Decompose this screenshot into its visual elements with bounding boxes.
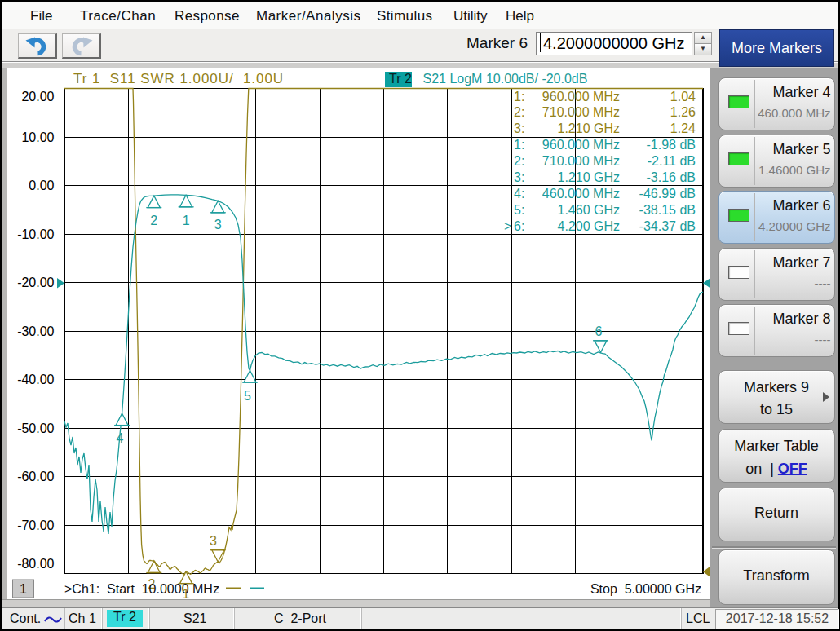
svg-text:-20.00: -20.00 — [17, 276, 54, 289]
svg-text:-38.15 dB: -38.15 dB — [639, 203, 696, 217]
svg-text:6:: 6: — [514, 219, 524, 233]
svg-text:4:: 4: — [514, 187, 524, 201]
svg-text:1.24: 1.24 — [670, 121, 696, 135]
svg-text:2: 2 — [150, 214, 157, 227]
svg-text:1.210 GHz: 1.210 GHz — [558, 170, 620, 184]
svg-text:960.000 MHz: 960.000 MHz — [542, 138, 620, 152]
svg-text:4.200 GHz: 4.200 GHz — [558, 219, 620, 233]
svg-text:>Ch1: Start 10.0000 MHz: >Ch1: Start 10.0000 MHz — [64, 582, 219, 596]
svg-text:10.00: 10.00 — [21, 130, 54, 144]
svg-text:3:: 3: — [514, 170, 524, 184]
svg-text:3: 3 — [214, 218, 222, 232]
svg-text:-50.00: -50.00 — [17, 421, 54, 435]
svg-text:1.210 GHz: 1.210 GHz — [558, 121, 620, 135]
svg-text:3:: 3: — [514, 121, 524, 135]
svg-text:S21 LogM 10.00dB/ -20.0dB: S21 LogM 10.00dB/ -20.0dB — [423, 72, 588, 86]
svg-text:-80.00: -80.00 — [17, 557, 54, 571]
svg-text:6: 6 — [595, 324, 603, 338]
svg-text:-10.00: -10.00 — [17, 227, 54, 241]
svg-text:-30.00: -30.00 — [17, 324, 54, 338]
svg-text:Stop 5.00000 GHz: Stop 5.00000 GHz — [590, 582, 701, 596]
svg-text:710.000 MHz: 710.000 MHz — [542, 154, 620, 168]
svg-text:460.000 MHz: 460.000 MHz — [542, 187, 620, 201]
svg-text:1: 1 — [20, 582, 27, 596]
svg-text:1.26: 1.26 — [670, 105, 696, 119]
svg-text:960.000 MHz: 960.000 MHz — [542, 90, 620, 104]
svg-text:-3.16 dB: -3.16 dB — [647, 170, 696, 184]
svg-text:-70.00: -70.00 — [17, 518, 54, 532]
svg-text:>: > — [504, 219, 511, 233]
svg-text:Tr 2: Tr 2 — [389, 72, 412, 86]
svg-text:-2.11 dB: -2.11 dB — [648, 154, 696, 168]
svg-text:2:: 2: — [514, 154, 524, 168]
svg-text:3: 3 — [210, 534, 217, 548]
svg-text:5:: 5: — [514, 203, 524, 217]
svg-text:20.00: 20.00 — [21, 90, 54, 104]
svg-text:-40.00: -40.00 — [17, 373, 54, 386]
svg-text:1.460 GHz: 1.460 GHz — [558, 203, 620, 217]
svg-text:-60.00: -60.00 — [17, 470, 54, 483]
svg-text:1:: 1: — [514, 90, 524, 104]
svg-text:-34.37 dB: -34.37 dB — [639, 219, 696, 233]
svg-text:4: 4 — [117, 431, 124, 445]
svg-text:5: 5 — [244, 389, 251, 403]
svg-text:1:: 1: — [514, 138, 524, 152]
svg-text:-46.99 dB: -46.99 dB — [639, 187, 696, 201]
svg-text:-1.98 dB: -1.98 dB — [647, 138, 696, 152]
svg-text:Tr 1 S11 SWR 1.000U/ 1.00U: Tr 1 S11 SWR 1.000U/ 1.00U — [73, 71, 284, 86]
svg-text:1.04: 1.04 — [670, 90, 696, 104]
svg-text:710.000 MHz: 710.000 MHz — [542, 105, 620, 119]
svg-text:2:: 2: — [514, 105, 524, 119]
svg-text:0.00: 0.00 — [29, 179, 54, 192]
svg-text:1: 1 — [183, 214, 190, 227]
